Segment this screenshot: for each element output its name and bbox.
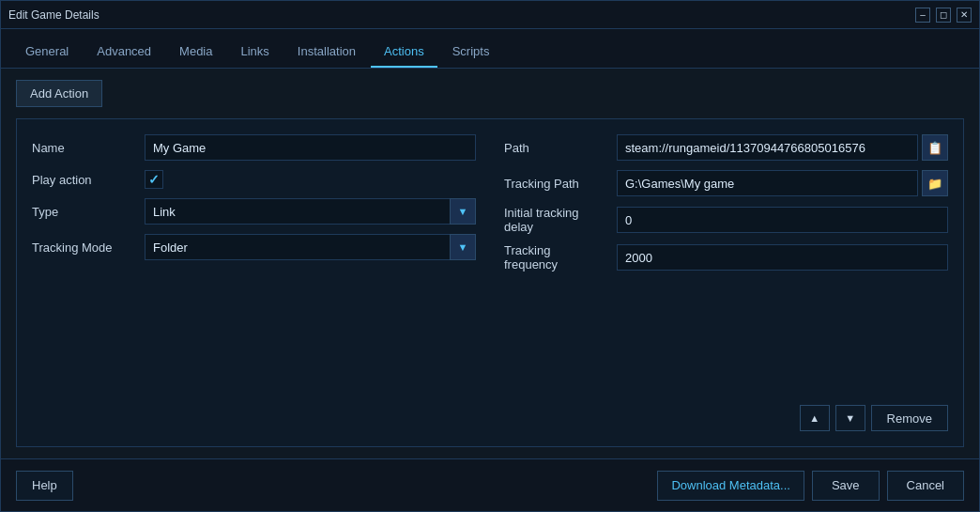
save-button[interactable]: Save [812,471,880,501]
tab-installation[interactable]: Installation [284,37,369,68]
tab-media[interactable]: Media [166,37,225,68]
move-up-button[interactable]: ▲ [800,405,830,431]
download-metadata-button[interactable]: Download Metadata... [657,471,804,501]
path-input[interactable] [617,134,918,161]
type-row: Type Link URL Emulator File ▼ [32,198,476,225]
form-grid: Name Play action ✓ Type [32,134,948,392]
action-buttons-row: ▲ ▼ Remove [32,405,948,431]
minimize-button[interactable]: – [915,8,930,23]
main-window: Edit Game Details – ◻ ✕ General Advanced… [0,0,980,512]
restore-button[interactable]: ◻ [936,8,951,23]
tracking-freq-row: Tracking frequency [504,243,948,272]
add-action-button[interactable]: Add Action [16,80,102,107]
bottom-bar: Help Download Metadata... Save Cancel [1,458,979,511]
action-panel: Name Play action ✓ Type [16,118,964,447]
help-button[interactable]: Help [16,471,73,501]
tracking-mode-select-container: Folder Process Original ▼ [145,234,476,260]
play-action-row: Play action ✓ [32,170,476,189]
tab-general[interactable]: General [12,37,82,68]
play-action-label: Play action [32,173,135,187]
path-copy-button[interactable]: 📋 [922,134,948,161]
tracking-mode-select[interactable]: Folder Process Original [145,234,476,260]
type-label: Type [32,205,135,219]
bottom-right: Download Metadata... Save Cancel [657,471,964,501]
tab-actions[interactable]: Actions [371,37,437,68]
move-down-button[interactable]: ▼ [835,405,865,431]
initial-delay-input[interactable] [617,207,948,233]
tab-scripts[interactable]: Scripts [439,37,503,68]
tab-advanced[interactable]: Advanced [84,37,164,68]
initial-delay-label: Initial tracking delay [504,206,607,234]
title-bar: Edit Game Details – ◻ ✕ [1,1,979,29]
tracking-path-label: Tracking Path [504,177,607,191]
name-row: Name [32,134,476,161]
remove-button[interactable]: Remove [871,405,948,431]
tracking-path-row: Tracking Path 📁 [504,170,948,196]
folder-icon: 📁 [927,177,942,191]
bottom-left: Help [16,471,73,501]
tab-links[interactable]: Links [228,37,283,68]
cancel-button[interactable]: Cancel [887,471,964,501]
window-controls: – ◻ ✕ [915,8,972,23]
tracking-mode-label: Tracking Mode [32,240,135,255]
type-select[interactable]: Link URL Emulator File [145,198,476,225]
tracking-freq-label: Tracking frequency [504,243,607,272]
name-label: Name [32,141,135,155]
tracking-path-browse-button[interactable]: 📁 [922,170,948,196]
check-icon: ✓ [148,172,160,187]
path-row: Path 📋 [504,134,948,161]
tracking-mode-row: Tracking Mode Folder Process Original ▼ [32,234,476,260]
name-input[interactable] [145,134,476,161]
path-field-group: 📋 [617,134,948,161]
tabs-bar: General Advanced Media Links Installatio… [1,29,979,69]
tracking-path-input[interactable] [617,170,918,196]
type-select-container: Link URL Emulator File ▼ [145,198,476,225]
content-area: Add Action Name Play action ✓ [1,69,979,458]
window-title: Edit Game Details [8,8,100,22]
tracking-freq-input[interactable] [617,244,948,271]
left-column: Name Play action ✓ Type [32,134,476,392]
play-action-checkbox[interactable]: ✓ [145,170,163,189]
initial-delay-row: Initial tracking delay [504,206,948,234]
path-label: Path [504,141,607,155]
right-column: Path 📋 Tracking Path [504,134,948,392]
tracking-path-field-group: 📁 [617,170,948,196]
close-button[interactable]: ✕ [957,8,972,23]
copy-icon: 📋 [927,141,942,155]
